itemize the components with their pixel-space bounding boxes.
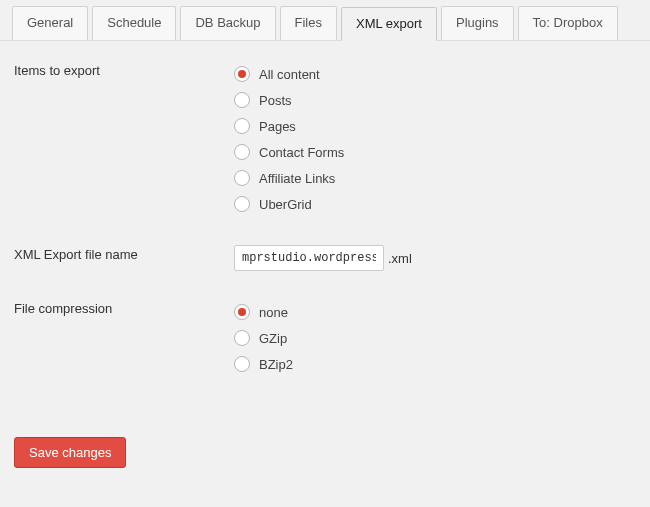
radio-icon[interactable] — [234, 304, 250, 320]
compression-option-label: none — [259, 305, 288, 320]
items-option-label: Posts — [259, 93, 292, 108]
compression-option[interactable]: GZip — [234, 325, 636, 351]
row-filename: XML Export file name .xml — [14, 245, 636, 271]
tab-general[interactable]: General — [12, 6, 88, 40]
filename-control: .xml — [234, 245, 636, 271]
compression-label: File compression — [14, 299, 234, 316]
items-label: Items to export — [14, 61, 234, 78]
filename-label: XML Export file name — [14, 245, 234, 262]
filename-input[interactable] — [234, 245, 384, 271]
radio-icon[interactable] — [234, 356, 250, 372]
save-button[interactable]: Save changes — [14, 437, 126, 468]
xml-export-form: Items to export All contentPostsPagesCon… — [0, 41, 650, 419]
compression-radio-group: noneGZipBZip2 — [234, 299, 636, 377]
items-option[interactable]: Pages — [234, 113, 636, 139]
tab-files[interactable]: Files — [280, 6, 337, 40]
radio-icon[interactable] — [234, 170, 250, 186]
row-compression: File compression noneGZipBZip2 — [14, 299, 636, 377]
items-option[interactable]: UberGrid — [234, 191, 636, 217]
tab-schedule[interactable]: Schedule — [92, 6, 176, 40]
items-option-label: All content — [259, 67, 320, 82]
items-option[interactable]: Contact Forms — [234, 139, 636, 165]
compression-option[interactable]: BZip2 — [234, 351, 636, 377]
filename-suffix: .xml — [388, 251, 412, 266]
radio-icon[interactable] — [234, 144, 250, 160]
row-items-to-export: Items to export All contentPostsPagesCon… — [14, 61, 636, 217]
items-option[interactable]: All content — [234, 61, 636, 87]
items-option[interactable]: Affiliate Links — [234, 165, 636, 191]
compression-option[interactable]: none — [234, 299, 636, 325]
items-option-label: UberGrid — [259, 197, 312, 212]
radio-icon[interactable] — [234, 66, 250, 82]
radio-icon[interactable] — [234, 92, 250, 108]
tab-bar: GeneralScheduleDB BackupFilesXML exportP… — [0, 0, 650, 41]
save-row: Save changes — [0, 419, 650, 468]
compression-option-label: BZip2 — [259, 357, 293, 372]
tab-xml-export[interactable]: XML export — [341, 7, 437, 41]
items-option[interactable]: Posts — [234, 87, 636, 113]
radio-icon[interactable] — [234, 330, 250, 346]
radio-icon[interactable] — [234, 196, 250, 212]
compression-option-label: GZip — [259, 331, 287, 346]
radio-icon[interactable] — [234, 118, 250, 134]
items-option-label: Contact Forms — [259, 145, 344, 160]
items-option-label: Affiliate Links — [259, 171, 335, 186]
items-radio-group: All contentPostsPagesContact FormsAffili… — [234, 61, 636, 217]
tab-db-backup[interactable]: DB Backup — [180, 6, 275, 40]
tab-plugins[interactable]: Plugins — [441, 6, 514, 40]
items-option-label: Pages — [259, 119, 296, 134]
tab-to-dropbox[interactable]: To: Dropbox — [518, 6, 618, 40]
